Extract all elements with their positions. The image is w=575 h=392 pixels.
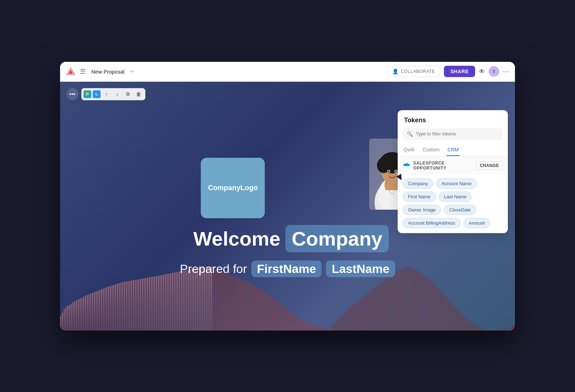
svg-rect-53 [129, 281, 130, 331]
tokens-panel-title: Tokens [398, 110, 508, 128]
svg-rect-106 [224, 273, 225, 331]
svg-rect-201 [394, 273, 395, 331]
toolbar-p-icon: P [84, 90, 91, 98]
svg-rect-152 [305, 322, 306, 331]
svg-rect-226 [439, 289, 440, 331]
tab-crm[interactable]: CRM [447, 144, 460, 156]
svg-rect-253 [487, 330, 488, 331]
token-first-name[interactable]: First Name [403, 192, 436, 202]
share-button[interactable]: SHARE [444, 66, 475, 77]
svg-rect-173 [344, 313, 345, 331]
svg-rect-129 [264, 292, 265, 331]
nav-sidebar-icon[interactable]: ☰ [80, 68, 86, 75]
token-close-date[interactable]: CloseDate [444, 205, 476, 215]
svg-rect-87 [190, 269, 191, 331]
avatar[interactable]: T [489, 66, 499, 77]
svg-rect-35 [97, 291, 98, 331]
svg-rect-89 [193, 269, 194, 331]
token-amount[interactable]: Amount [463, 218, 490, 228]
svg-rect-223 [433, 283, 434, 331]
svg-rect-187 [369, 291, 370, 331]
svg-rect-55 [133, 280, 134, 331]
svg-point-12 [395, 170, 397, 172]
svg-rect-24 [78, 299, 79, 331]
move-down-button[interactable]: ↓ [113, 90, 122, 99]
svg-rect-159 [318, 327, 319, 331]
svg-rect-153 [307, 322, 308, 331]
collaborate-button[interactable]: 👤 COLLABORATE [387, 66, 440, 77]
top-bar-right: 👤 COLLABORATE SHARE 👁 T ⋯ [387, 66, 509, 77]
svg-rect-158 [316, 326, 317, 331]
svg-rect-116 [241, 280, 242, 331]
svg-rect-245 [472, 323, 473, 331]
svg-rect-182 [360, 299, 361, 331]
svg-rect-63 [147, 278, 148, 331]
canvas-wrapper: ••• P L ↑ ↓ ⧉ 🗑 CompanyLogo [60, 82, 515, 331]
svg-rect-217 [423, 274, 424, 331]
welcome-label: Welcome [193, 227, 280, 250]
doc-title: New Proposal [91, 69, 124, 75]
svg-rect-41 [108, 286, 109, 331]
svg-rect-250 [481, 328, 482, 331]
token-account-name[interactable]: Account Name [436, 178, 477, 189]
svg-rect-58 [138, 279, 139, 331]
svg-rect-193 [380, 283, 381, 331]
svg-rect-215 [419, 272, 420, 331]
svg-rect-231 [447, 299, 448, 331]
lastname-token-pill[interactable]: LastName [326, 261, 395, 277]
svg-rect-83 [183, 271, 184, 331]
svg-rect-73 [165, 274, 166, 331]
more-menu-icon[interactable]: ⋯ [503, 68, 509, 75]
svg-rect-181 [359, 300, 360, 331]
svg-rect-232 [449, 301, 450, 331]
svg-rect-82 [181, 271, 182, 331]
change-button[interactable]: CHANGE [476, 161, 503, 170]
svg-rect-172 [343, 315, 344, 331]
edit-icon[interactable]: ✏ [130, 69, 134, 74]
token-owner-image[interactable]: Owner Image [403, 205, 441, 215]
svg-rect-235 [455, 307, 456, 331]
svg-rect-101 [215, 269, 216, 331]
svg-rect-123 [254, 286, 255, 331]
svg-rect-133 [272, 297, 273, 331]
svg-rect-192 [378, 284, 379, 331]
tokens-search-bar[interactable]: 🔍 [403, 128, 503, 140]
search-input[interactable] [416, 131, 499, 136]
svg-rect-110 [231, 275, 232, 331]
svg-rect-164 [327, 329, 328, 331]
svg-rect-104 [220, 272, 221, 331]
svg-rect-161 [321, 328, 322, 331]
svg-rect-21 [72, 302, 74, 331]
svg-rect-92 [199, 268, 200, 331]
svg-rect-188 [371, 290, 372, 331]
svg-rect-254 [490, 330, 491, 331]
svg-rect-84 [184, 270, 186, 331]
svg-rect-80 [177, 272, 178, 331]
browser-window: ☰ New Proposal ✏ 👤 COLLABORATE SHARE 👁 T… [60, 62, 515, 331]
token-company[interactable]: Company [403, 178, 433, 189]
svg-rect-19 [69, 305, 70, 331]
svg-rect-166 [332, 325, 333, 331]
copy-button[interactable]: ⧉ [123, 90, 133, 99]
svg-rect-79 [176, 272, 177, 331]
svg-rect-111 [232, 276, 233, 331]
tab-qwilr[interactable]: Qwilr [403, 144, 415, 156]
svg-rect-198 [389, 276, 390, 331]
tab-custom[interactable]: Custom [422, 144, 440, 156]
svg-rect-204 [399, 270, 401, 331]
eye-icon[interactable]: 👁 [479, 68, 485, 75]
svg-rect-122 [252, 285, 253, 331]
toolbar-more-button[interactable]: ••• [66, 88, 79, 100]
firstname-token-pill[interactable]: FirstName [251, 261, 322, 277]
token-billing-address[interactable]: Account BillingAddress [403, 218, 461, 228]
tokens-tabs: Qwilr Custom CRM [398, 144, 508, 156]
svg-rect-214 [417, 270, 418, 331]
token-last-name[interactable]: Last Name [439, 192, 472, 202]
svg-rect-103 [218, 271, 219, 331]
company-token-pill[interactable]: Company [285, 225, 389, 252]
svg-rect-54 [131, 280, 132, 331]
move-up-button[interactable]: ↑ [102, 90, 111, 99]
delete-button[interactable]: 🗑 [134, 90, 143, 99]
svg-rect-36 [99, 290, 100, 331]
svg-rect-185 [366, 294, 367, 331]
